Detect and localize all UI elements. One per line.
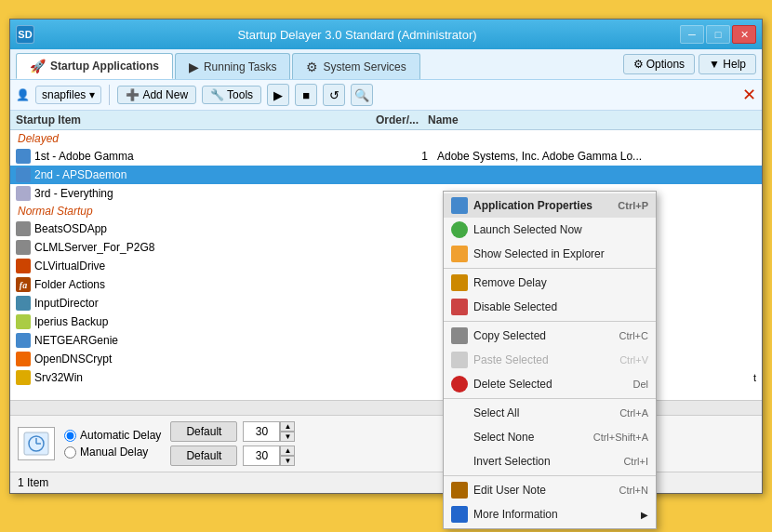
system-tab-icon: ⚙ [306, 60, 318, 74]
help-button[interactable]: ▼ Help [699, 54, 756, 74]
ctx-select-none-icon [451, 429, 468, 446]
spin-up-1[interactable]: ▲ [280, 421, 295, 432]
spin-down-2[interactable]: ▼ [280, 456, 295, 466]
ctx-note-label: Edit User Note [473, 484, 614, 497]
ctx-paste-selected: Paste Selected Ctrl+V [444, 348, 656, 372]
ctx-note-shortcut: Ctrl+N [619, 485, 648, 496]
stop-button[interactable]: ■ [295, 84, 317, 106]
ctx-copy-shortcut: Ctrl+C [619, 330, 648, 341]
item-icon [16, 240, 31, 255]
ctx-remove-delay[interactable]: Remove Delay [444, 271, 656, 295]
user-dropdown[interactable]: snapfiles ▾ [35, 86, 101, 104]
item-order: 1 [353, 150, 428, 163]
ctx-launch-now[interactable]: Launch Selected Now [444, 218, 656, 242]
ctx-app-properties[interactable]: Application Properties Ctrl+P [444, 193, 656, 218]
system-tab-label: System Services [323, 60, 406, 73]
item-name: 3rd - Everything [34, 187, 353, 200]
list-item[interactable]: 1st - Adobe Gamma 1 Adobe Systems, Inc. … [10, 147, 762, 166]
ctx-delete-selected[interactable]: Delete Selected Del [444, 372, 656, 396]
ctx-note-icon [451, 482, 468, 499]
ctx-more-info[interactable]: More Information ▶ [444, 502, 656, 526]
manual-delay-label: Manual Delay [80, 446, 148, 459]
ctx-edit-note[interactable]: Edit User Note Ctrl+N [444, 478, 656, 502]
item-name: 1st - Adobe Gamma [34, 150, 353, 163]
stop-icon: ■ [302, 88, 310, 102]
spin-up-2[interactable]: ▲ [280, 446, 295, 456]
tabs-bar: 🚀 Startup Applications ▶ Running Tasks ⚙… [10, 49, 762, 80]
toolbar-separator-1 [109, 85, 110, 105]
delay-value-2[interactable] [243, 446, 280, 466]
dropdown-icon: ▾ [89, 88, 95, 101]
default-button-2[interactable]: Default [170, 446, 237, 466]
spin-2: ▲ ▼ [243, 446, 295, 466]
ctx-copy-selected[interactable]: Copy Selected Ctrl+C [444, 324, 656, 348]
item-icon [16, 167, 31, 182]
item-name: 2nd - APSDaemon [34, 168, 353, 181]
tab-startup-applications[interactable]: 🚀 Startup Applications [16, 53, 173, 79]
spin-1: ▲ ▼ [243, 421, 295, 442]
spin-down-1[interactable]: ▼ [280, 432, 295, 442]
toolbar: 👤 snapfiles ▾ ➕ Add New 🔧 Tools ▶ ■ ↺ 🔍 … [10, 80, 762, 111]
ctx-explorer-icon [451, 246, 468, 262]
ctx-delete-label: Delete Selected [473, 378, 627, 391]
ctx-paste-label: Paste Selected [473, 353, 614, 366]
startup-tab-label: Startup Applications [50, 60, 159, 73]
ctx-select-none[interactable]: Select None Ctrl+Shift+A [444, 425, 656, 449]
ctx-disable-selected[interactable]: Disable Selected [444, 295, 656, 319]
username-label: snapfiles [42, 88, 86, 101]
delay-icon [18, 427, 55, 460]
play-button[interactable]: ▶ [267, 84, 289, 106]
search-button[interactable]: 🔍 [351, 84, 373, 106]
ctx-invert-icon [451, 453, 468, 470]
ctx-invert-shortcut: Ctrl+I [623, 456, 648, 467]
item-icon [16, 221, 31, 236]
ctx-invert-label: Invert Selection [473, 455, 618, 468]
auto-delay-option[interactable]: Automatic Delay [64, 429, 161, 442]
user-icon: 👤 [16, 88, 30, 101]
ctx-select-all-label: Select All [473, 406, 614, 419]
refresh-button[interactable]: ↺ [323, 84, 345, 106]
ctx-submenu-arrow: ▶ [641, 510, 648, 520]
ctx-explorer-label: Show Selected in Explorer [473, 247, 648, 260]
maximize-button[interactable]: □ [706, 25, 730, 44]
tools-button[interactable]: 🔧 Tools [202, 86, 261, 104]
auto-delay-radio[interactable] [64, 430, 76, 442]
refresh-icon: ↺ [329, 88, 339, 102]
ctx-select-all[interactable]: Select All Ctrl+A [444, 401, 656, 425]
item-icon [16, 314, 31, 329]
ctx-invert-selection[interactable]: Invert Selection Ctrl+I [444, 449, 656, 473]
add-new-button[interactable]: ➕ Add New [117, 86, 196, 104]
item-icon [16, 149, 31, 164]
ctx-info-icon [451, 506, 468, 523]
ctx-app-properties-shortcut: Ctrl+P [618, 200, 648, 211]
manual-delay-option[interactable]: Manual Delay [64, 446, 161, 459]
spin-arrows-2: ▲ ▼ [280, 446, 295, 466]
ctx-app-properties-label: Application Properties [473, 199, 612, 212]
item-icon [16, 352, 31, 366]
minimize-button[interactable]: ─ [680, 25, 704, 44]
status-item-count: 1 Item [18, 476, 48, 489]
toolbar-close-button[interactable]: ✕ [742, 85, 756, 105]
ctx-disable-label: Disable Selected [473, 300, 648, 313]
ctx-delete-icon [451, 376, 468, 392]
header-buttons: ⚙ Options ▼ Help [623, 53, 756, 79]
list-header: Startup Item Order/... Name [10, 111, 762, 130]
ctx-disable-icon [451, 299, 468, 315]
default-button-1[interactable]: Default [170, 421, 237, 442]
manual-delay-radio[interactable] [64, 446, 76, 459]
col-name: Name [419, 113, 756, 126]
item-icon: fa [16, 277, 31, 292]
list-item[interactable]: 2nd - APSDaemon [10, 166, 762, 184]
search-icon: 🔍 [354, 88, 369, 102]
item-mfr: Adobe Systems, Inc. Adobe Gamma Lo... [428, 150, 756, 163]
ctx-copy-label: Copy Selected [473, 329, 614, 342]
delay-value-1[interactable] [243, 421, 280, 442]
context-menu: Application Properties Ctrl+P Launch Sel… [443, 191, 657, 529]
tab-system-services[interactable]: ⚙ System Services [292, 53, 419, 79]
close-button[interactable]: ✕ [732, 25, 756, 44]
ctx-sep-2 [444, 321, 656, 322]
options-button[interactable]: ⚙ Options [623, 54, 695, 74]
item-icon [16, 259, 31, 273]
tab-running-tasks[interactable]: ▶ Running Tasks [175, 53, 291, 79]
ctx-show-explorer[interactable]: Show Selected in Explorer [444, 242, 656, 266]
